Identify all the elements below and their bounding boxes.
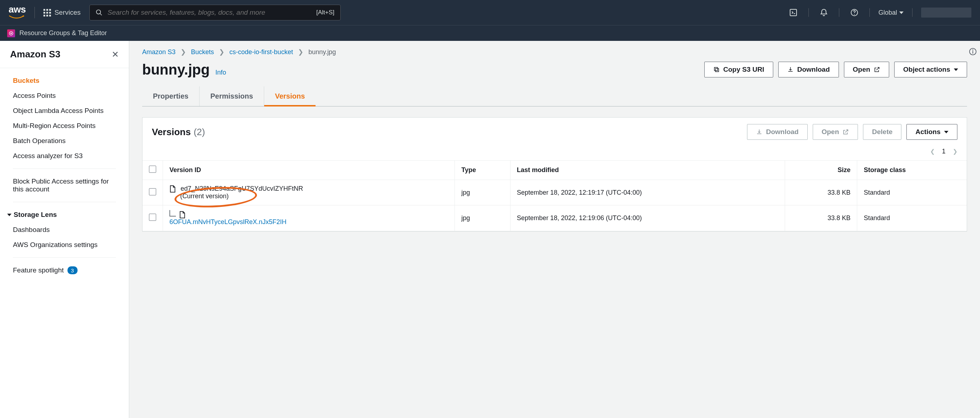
table-row: ed7_N28NsE94aSFgU7SYdUcvIZYHFtNR (Curren… <box>143 180 967 206</box>
object-actions-button[interactable]: Object actions <box>894 62 967 78</box>
breadcrumb-bucket[interactable]: cs-code-io-first-bucket <box>229 48 293 56</box>
sidebar-item-block-public[interactable]: Block Public Access settings for this ac… <box>0 174 129 197</box>
prev-page-icon[interactable]: ❮ <box>930 148 935 155</box>
page-title: bunny.jpg <box>142 62 210 78</box>
search-icon <box>95 9 103 16</box>
copy-icon <box>713 66 720 73</box>
next-page-icon[interactable]: ❯ <box>953 148 958 155</box>
search-bar[interactable]: [Alt+S] <box>89 5 340 21</box>
resource-groups-link[interactable]: Resource Groups & Tag Editor <box>19 29 107 37</box>
sidebar-storage-lens[interactable]: Storage Lens <box>0 207 129 222</box>
tab-properties[interactable]: Properties <box>142 86 199 106</box>
cloudshell-icon[interactable] <box>787 8 800 17</box>
tabs: Properties Permissions Versions <box>142 86 967 106</box>
breadcrumb-buckets[interactable]: Buckets <box>191 48 214 56</box>
panel-delete-button[interactable]: Delete <box>863 124 901 140</box>
account-menu[interactable] <box>921 8 971 17</box>
current-version-label: (Current version) <box>180 193 229 200</box>
col-version-id[interactable]: Version ID <box>163 161 455 180</box>
panel-open-button[interactable]: Open <box>813 124 858 140</box>
copy-s3-uri-button[interactable]: Copy S3 URI <box>704 62 773 78</box>
panel-title: Versions <box>152 127 191 138</box>
svg-rect-9 <box>972 51 973 54</box>
page-number: 1 <box>942 148 945 155</box>
search-input[interactable] <box>108 9 311 16</box>
sidebar-item-access-analyzer[interactable]: Access analyzer for S3 <box>0 149 129 163</box>
file-icon <box>179 211 186 218</box>
svg-rect-10 <box>716 68 719 72</box>
open-button[interactable]: Open <box>844 62 889 78</box>
versions-table: Version ID Type Last modified Size Stora… <box>143 160 967 231</box>
cell-size: 33.8 KB <box>785 206 857 231</box>
versions-count: (2) <box>194 127 205 138</box>
panel-actions-button[interactable]: Actions <box>907 124 958 140</box>
file-icon <box>169 185 176 193</box>
row-checkbox[interactable] <box>149 214 156 221</box>
external-link-icon <box>874 66 880 73</box>
version-id-link[interactable]: 6OFUA.mNvHTyceLGpvslReX.nJx5F2IH <box>169 218 286 225</box>
chevron-right-icon: ❯ <box>181 48 186 56</box>
sidebar-item-object-lambda[interactable]: Object Lambda Access Points <box>0 103 129 118</box>
sidebar-feature-spotlight[interactable]: Feature spotlight 3 <box>0 263 129 278</box>
breadcrumb: Amazon S3 ❯ Buckets ❯ cs-code-io-first-b… <box>142 41 967 60</box>
sidebar-item-dashboards[interactable]: Dashboards <box>0 222 129 238</box>
versions-panel: Versions (2) Download Open Delete <box>142 117 967 231</box>
sidebar-item-batch-ops[interactable]: Batch Operations <box>0 133 129 149</box>
col-type[interactable]: Type <box>455 161 510 180</box>
aws-logo[interactable]: aws <box>9 4 26 22</box>
cell-type: jpg <box>455 206 510 231</box>
sidebar-title: Amazon S3 <box>10 49 60 60</box>
help-icon[interactable] <box>848 8 861 17</box>
tab-versions[interactable]: Versions <box>264 86 315 106</box>
svg-point-0 <box>96 10 100 14</box>
caret-down-icon <box>899 11 904 14</box>
cell-modified: September 18, 2022, 12:19:17 (UTC-04:00) <box>510 180 785 206</box>
cell-size: 33.8 KB <box>785 180 857 206</box>
breadcrumb-s3[interactable]: Amazon S3 <box>142 48 175 56</box>
resource-groups-icon <box>7 29 15 37</box>
cell-storage: Standard <box>857 180 967 206</box>
feature-badge: 3 <box>67 266 78 274</box>
svg-point-6 <box>10 33 12 34</box>
sidebar-item-buckets[interactable]: Buckets <box>0 73 129 88</box>
main-content: Amazon S3 ❯ Buckets ❯ cs-code-io-first-b… <box>129 41 980 418</box>
svg-rect-11 <box>714 67 718 71</box>
breadcrumb-current: bunny.jpg <box>309 48 336 56</box>
col-storage-class[interactable]: Storage class <box>857 161 967 180</box>
sub-nav: Resource Groups & Tag Editor <box>0 25 980 41</box>
col-size[interactable]: Size <box>785 161 857 180</box>
external-link-icon <box>843 129 849 135</box>
download-button[interactable]: Download <box>778 62 839 78</box>
aws-smile-icon <box>9 15 24 20</box>
svg-point-8 <box>972 49 974 51</box>
info-link[interactable]: Info <box>215 69 226 76</box>
tab-permissions[interactable]: Permissions <box>199 86 264 106</box>
col-last-modified[interactable]: Last modified <box>510 161 785 180</box>
info-panel-toggle[interactable] <box>966 44 980 59</box>
chevron-right-icon: ❯ <box>219 48 224 56</box>
svg-point-4 <box>854 14 855 15</box>
caret-down-icon <box>954 68 958 71</box>
sidebar-item-multi-region[interactable]: Multi-Region Access Points <box>0 118 129 133</box>
services-menu[interactable]: Services <box>43 9 81 16</box>
tree-elbow-icon <box>169 210 176 217</box>
notifications-icon[interactable] <box>818 8 830 17</box>
search-shortcut: [Alt+S] <box>316 9 334 16</box>
top-nav: aws Services [Alt+S] Global <box>0 0 980 25</box>
grid-icon <box>43 9 51 16</box>
close-sidebar-icon[interactable]: ✕ <box>111 49 119 60</box>
select-all-checkbox[interactable] <box>149 166 156 173</box>
caret-down-icon <box>7 214 11 216</box>
panel-download-button[interactable]: Download <box>747 124 808 140</box>
cell-storage: Standard <box>857 206 967 231</box>
region-selector[interactable]: Global <box>878 9 904 16</box>
row-checkbox[interactable] <box>149 188 156 195</box>
version-id: ed7_N28NsE94aSFgU7SYdUcvIZYHFtNR <box>181 185 303 192</box>
pagination: ❮ 1 ❯ <box>143 146 967 160</box>
sidebar-item-access-points[interactable]: Access Points <box>0 88 129 103</box>
sidebar-item-org-settings[interactable]: AWS Organizations settings <box>0 238 129 252</box>
download-icon <box>756 129 762 135</box>
caret-down-icon <box>944 131 948 133</box>
cell-modified: September 18, 2022, 12:19:06 (UTC-04:00) <box>510 206 785 231</box>
sidebar: Amazon S3 ✕ Buckets Access Points Object… <box>0 41 129 418</box>
